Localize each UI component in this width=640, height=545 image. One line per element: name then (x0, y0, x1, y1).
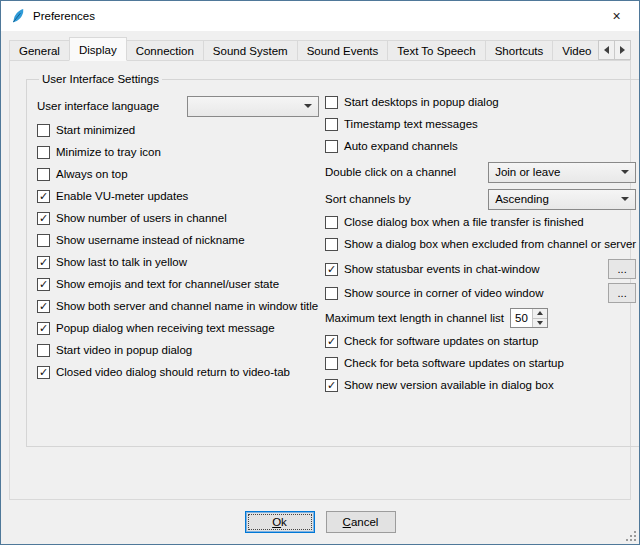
checkbox-label: Close dialog box when a file transfer is… (344, 216, 584, 228)
checkbox-row: Timestamp text messages (325, 117, 636, 131)
tab-scroll-right-button[interactable] (614, 40, 631, 60)
checkbox-unchecked[interactable] (37, 234, 50, 247)
checkbox-checked[interactable]: ✓ (37, 300, 50, 313)
checkbox-label: Show statusbar events in chat-window (344, 263, 540, 275)
checkbox-label: Check for software updates on startup (344, 335, 538, 347)
checkbox-label: Start minimized (56, 124, 135, 136)
checkbox-row: ✓Show last to talk in yellow (37, 255, 319, 269)
checkbox-checked[interactable]: ✓ (37, 322, 50, 335)
ellipsis-button[interactable]: ... (608, 259, 636, 279)
checkbox-row: ✓Show emojis and text for channel/user s… (37, 277, 319, 291)
checkbox-label: Show new version available in dialog box (344, 379, 554, 391)
checkbox-checked[interactable]: ✓ (325, 379, 338, 392)
checkbox-checked[interactable]: ✓ (37, 190, 50, 203)
dropdown-select[interactable]: Join or leave (488, 162, 636, 183)
checkbox-label: Show emojis and text for channel/user st… (56, 278, 279, 290)
checkbox-row: Minimize to tray icon (37, 145, 319, 159)
checkbox-checked[interactable]: ✓ (37, 278, 50, 291)
checkbox-row: ✓Show statusbar events in chat-window... (325, 259, 636, 279)
tab-scroll-left-button[interactable] (598, 40, 615, 60)
checkbox-unchecked[interactable] (325, 287, 338, 300)
ellipsis-button[interactable]: ... (608, 283, 636, 303)
language-label: User interface language (37, 100, 159, 112)
checkbox-label: Start video in popup dialog (56, 344, 192, 356)
close-button[interactable]: × (594, 1, 639, 30)
tab-scroll-control (598, 40, 631, 60)
tab-video[interactable]: Video (552, 40, 598, 61)
checkbox-row: Start video in popup dialog (37, 343, 319, 357)
settings-columns: User interface language Start minimizedM… (37, 95, 636, 400)
checkbox-label: Show username instead of nickname (56, 234, 245, 246)
checkbox-checked[interactable]: ✓ (325, 335, 338, 348)
checkbox-row: Show username instead of nickname (37, 233, 319, 247)
preferences-window: Preferences × GeneralDisplayConnectionSo… (0, 0, 640, 545)
spinner-row: Maximum text length in channel list50 (325, 307, 636, 329)
combo-label: Double click on a channel (325, 166, 456, 178)
dropdown-select[interactable]: Ascending (488, 189, 636, 210)
tab-general[interactable]: General (9, 40, 70, 61)
checkbox-label: Auto expand channels (344, 140, 458, 152)
checkbox-label: Show a dialog box when excluded from cha… (344, 238, 636, 250)
checkbox-checked[interactable]: ✓ (325, 263, 338, 276)
tab-text-to-speech[interactable]: Text To Speech (387, 40, 485, 61)
checkbox-checked[interactable]: ✓ (37, 366, 50, 379)
checkbox-unchecked[interactable] (37, 344, 50, 357)
left-checkbox-list: Start minimizedMinimize to tray iconAlwa… (37, 123, 319, 379)
checkbox-unchecked[interactable] (325, 216, 338, 229)
checkbox-label: Always on top (56, 168, 128, 180)
left-column: User interface language Start minimizedM… (37, 95, 319, 400)
checkbox-row: Check for beta software updates on start… (325, 356, 636, 370)
checkbox-row: ✓Closed video dialog should return to vi… (37, 365, 319, 379)
resize-grip[interactable] (624, 529, 637, 542)
dialog-buttons: Ok Cancel (1, 511, 639, 533)
checkbox-label: Minimize to tray icon (56, 146, 161, 158)
combo-row: Sort channels byAscending (325, 188, 636, 210)
arrow-right-icon (620, 46, 625, 54)
tab-sound-system[interactable]: Sound System (203, 40, 298, 61)
checkbox-label: Timestamp text messages (344, 118, 478, 130)
checkbox-unchecked[interactable] (325, 357, 338, 370)
tab-sound-events[interactable]: Sound Events (297, 40, 389, 61)
cancel-button[interactable]: Cancel (326, 511, 396, 533)
checkbox-unchecked[interactable] (37, 124, 50, 137)
chevron-down-icon (621, 170, 629, 174)
title-bar: Preferences × (1, 1, 639, 31)
checkbox-label: Show last to talk in yellow (56, 256, 187, 268)
number-spinner[interactable]: 50 (510, 308, 548, 328)
checkbox-label: Popup dialog when receiving text message (56, 322, 275, 334)
checkbox-row: Auto expand channels (325, 139, 636, 153)
triangle-down-icon (537, 321, 543, 325)
checkbox-checked[interactable]: ✓ (37, 256, 50, 269)
checkbox-row: Show a dialog box when excluded from cha… (325, 237, 636, 251)
checkbox-unchecked[interactable] (325, 140, 338, 153)
triangle-up-icon (537, 311, 543, 315)
combo-row: Double click on a channelJoin or leave (325, 161, 636, 183)
spinner-up-button[interactable] (533, 309, 547, 318)
chevron-down-icon (304, 104, 312, 108)
checkbox-checked[interactable]: ✓ (37, 212, 50, 225)
checkbox-unchecked[interactable] (325, 118, 338, 131)
arrow-left-icon (604, 46, 609, 54)
checkbox-label: Show both server and channel name in win… (56, 300, 318, 312)
spinner-label: Maximum text length in channel list (325, 312, 504, 324)
language-select[interactable] (187, 96, 319, 117)
checkbox-unchecked[interactable] (325, 96, 338, 109)
ok-button[interactable]: Ok (245, 511, 315, 533)
checkbox-unchecked[interactable] (37, 146, 50, 159)
window-title: Preferences (33, 10, 95, 22)
checkbox-label: Enable VU-meter updates (56, 190, 188, 202)
right-column: Start desktops in popup dialogTimestamp … (319, 95, 636, 400)
checkbox-row: Always on top (37, 167, 319, 181)
checkbox-unchecked[interactable] (325, 238, 338, 251)
checkbox-row: ✓Show number of users in channel (37, 211, 319, 225)
tab-shortcuts[interactable]: Shortcuts (485, 40, 554, 61)
checkbox-unchecked[interactable] (37, 168, 50, 181)
display-tab-page: User Interface Settings User interface l… (9, 60, 631, 500)
group-title: User Interface Settings (39, 73, 162, 85)
spinner-down-button[interactable] (533, 318, 547, 328)
checkbox-row: ✓Show both server and channel name in wi… (37, 299, 319, 313)
user-interface-settings-group: User Interface Settings User interface l… (26, 73, 640, 447)
tab-display[interactable]: Display (69, 37, 127, 61)
tab-connection[interactable]: Connection (126, 40, 204, 61)
checkbox-row: Close dialog box when a file transfer is… (325, 215, 636, 229)
